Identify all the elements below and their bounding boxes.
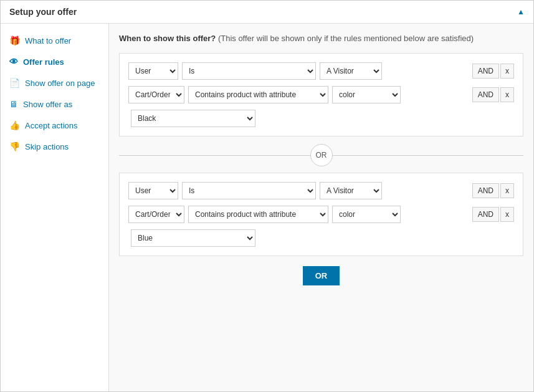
sub-row-1: Black Blue Red (128, 110, 514, 127)
rule-group-1: User Is A Visitor AND x (119, 53, 523, 136)
select-visitor-2[interactable]: A Visitor (320, 182, 382, 199)
sidebar-item-accept-actions[interactable]: 👍 Accept actions (1, 115, 108, 136)
rule-row-2-1: User Is A Visitor AND x (128, 182, 514, 199)
or-line-right (333, 155, 524, 156)
remove-button-2-2[interactable]: x (500, 207, 514, 222)
gift-icon: 🎁 (9, 36, 20, 45)
select-user-2[interactable]: User (128, 182, 178, 199)
sidebar-item-what-to-offer[interactable]: 🎁 What to offer (1, 30, 108, 51)
select-user-1[interactable]: User (128, 62, 178, 80)
select-color-2[interactable]: color (332, 206, 401, 223)
or-add-button[interactable]: OR (303, 266, 340, 285)
when-label: When to show this offer? (119, 34, 216, 43)
remove-button-2-1[interactable]: x (500, 183, 514, 198)
or-circle: OR (310, 144, 333, 166)
sidebar-item-skip-actions[interactable]: 👎 Skip actions (1, 136, 108, 157)
select-visitor-1[interactable]: A Visitor (320, 62, 382, 80)
btn-group-1-2: AND x (472, 87, 514, 102)
page-title: Setup your offer (9, 7, 77, 17)
content-area: When to show this offer? (This offer wil… (109, 24, 533, 391)
sidebar-item-label: What to offer (25, 36, 71, 45)
when-to-show: When to show this offer? (This offer wil… (119, 34, 523, 43)
eye-icon: 👁 (9, 57, 18, 67)
btn-group-1-1: AND x (472, 64, 514, 79)
sidebar-item-label: Skip actions (25, 142, 69, 151)
monitor-icon: 🖥 (9, 99, 18, 109)
or-label: OR (316, 151, 327, 160)
select-cartorder-2[interactable]: Cart/Order (128, 206, 184, 223)
sidebar-item-show-offer-on-page[interactable]: 📄 Show offer on page (1, 72, 108, 93)
rule-group-2: User Is A Visitor AND x (119, 173, 523, 256)
rule-row-1-2: Cart/Order Contains product with attribu… (128, 86, 514, 103)
bottom-or-button-container: OR (119, 266, 523, 285)
select-is-2[interactable]: Is (182, 182, 316, 199)
select-contains-1[interactable]: Contains product with attribute (188, 86, 328, 103)
rule-row-1-1: User Is A Visitor AND x (128, 62, 514, 80)
thumbsup-icon: 👍 (9, 120, 20, 130)
sidebar-item-label: Offer rules (23, 57, 64, 67)
or-divider: OR (119, 144, 523, 166)
or-line-left (119, 155, 310, 156)
select-blue-2[interactable]: Black Blue Red (131, 229, 255, 247)
page-icon: 📄 (9, 78, 20, 88)
page-header: Setup your offer ▲ (1, 1, 533, 24)
select-cartorder-1[interactable]: Cart/Order (128, 86, 184, 103)
btn-group-2-2: AND x (472, 207, 514, 222)
remove-button-1-2[interactable]: x (500, 87, 514, 102)
main-layout: 🎁 What to offer 👁 Offer rules 📄 Show off… (1, 24, 533, 391)
select-black-1[interactable]: Black Blue Red (131, 110, 255, 127)
select-color-1[interactable]: color (332, 86, 401, 103)
sidebar-item-label: Accept actions (25, 121, 78, 130)
and-button-1-2[interactable]: AND (472, 87, 499, 102)
remove-button-1-1[interactable]: x (500, 64, 514, 79)
collapse-icon[interactable]: ▲ (517, 7, 525, 16)
sidebar-item-label: Show offer as (23, 100, 72, 109)
select-is-1[interactable]: Is (182, 62, 316, 80)
btn-group-2-1: AND x (472, 183, 514, 198)
sidebar: 🎁 What to offer 👁 Offer rules 📄 Show off… (1, 24, 109, 391)
sidebar-item-show-offer-as[interactable]: 🖥 Show offer as (1, 93, 108, 115)
and-button-1-1[interactable]: AND (472, 64, 499, 79)
select-contains-2[interactable]: Contains product with attribute (188, 206, 328, 223)
and-button-2-1[interactable]: AND (472, 183, 499, 198)
sub-row-2: Black Blue Red (128, 229, 514, 247)
when-desc: (This offer will be shown only if the ru… (218, 34, 474, 43)
rule-row-2-2: Cart/Order Contains product with attribu… (128, 206, 514, 223)
sidebar-item-offer-rules[interactable]: 👁 Offer rules (1, 51, 108, 72)
page-wrapper: Setup your offer ▲ 🎁 What to offer 👁 Off… (0, 0, 534, 392)
sidebar-item-label: Show offer on page (25, 79, 95, 88)
thumbsdown-icon: 👎 (9, 141, 20, 151)
and-button-2-2[interactable]: AND (472, 207, 499, 222)
